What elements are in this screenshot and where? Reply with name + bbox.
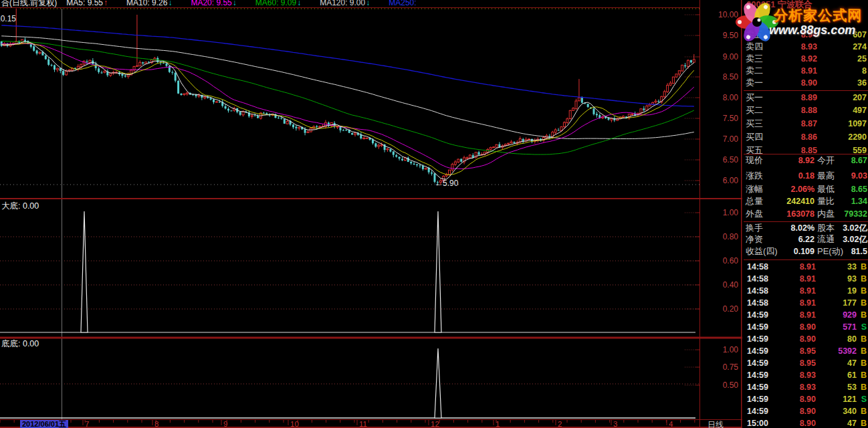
buy-level-label: 买四 (746, 131, 763, 143)
tick-volume: 93 (818, 273, 857, 285)
tick-price: 8.90 (782, 405, 816, 417)
tick-time: 14:59 (747, 333, 768, 345)
ma-label-0: MA5: 9.55↑ (66, 0, 117, 7)
stat-row: 现价8.92今开8.67 (744, 154, 868, 167)
stat-label: 现价 (746, 154, 763, 167)
cursor-date-chip: 2012/06/01五 (20, 420, 68, 428)
fund-row: 换手8.02%股本3.02亿 (744, 222, 868, 234)
ma-arrow-icon: ↓ (297, 0, 301, 7)
tick-row: 14:598.9353B (744, 381, 868, 393)
tick-row: 14:588.9119B (744, 285, 868, 297)
stat-value: 8.65 (833, 183, 867, 195)
buy-level-row[interactable]: 买二8.88497 (744, 104, 868, 116)
stat-value: 0.18 (773, 170, 815, 182)
tick-volume: 340 (818, 405, 857, 417)
month-label: 1 (496, 420, 500, 428)
axis-tick-sub2: 0.50 (703, 381, 738, 390)
axis-tick-main: 9.00 (703, 52, 738, 62)
axis-tick-sub1: 0.60 (703, 256, 738, 265)
buy-level-price: 8.88 (778, 104, 817, 116)
fund-value: 8.02% (773, 222, 815, 234)
chart-title: 合(日线.前复权) (1, 0, 57, 7)
tick-direction: B (861, 309, 867, 321)
tick-price: 8.91 (782, 309, 816, 321)
tick-row: 14:598.90121S (744, 393, 868, 405)
stat-label: 涨幅 (746, 183, 763, 195)
buy-level-row[interactable]: 买三8.871097 (744, 118, 868, 130)
ma-label-2: MA20: 9.55↓ (191, 0, 245, 7)
sell-level-volume: 274 (820, 41, 867, 53)
stat-value: 8.67 (833, 154, 867, 167)
tick-time: 14:59 (747, 381, 768, 393)
sell-level-row[interactable]: 卖三8.9225 (744, 53, 868, 65)
stat-label: 外盘 (746, 208, 763, 220)
separator (744, 259, 868, 260)
tick-price: 8.90 (782, 417, 816, 428)
tick-volume: 177 (818, 297, 857, 309)
axis-tick-main: 6.50 (703, 155, 738, 165)
stat-value: 8.92 (773, 154, 815, 167)
fund-value: 0.109 (773, 245, 815, 257)
tick-time: 14:59 (747, 309, 768, 321)
buy-level-volume: 2290 (820, 131, 867, 143)
tick-row: 14:588.9133B (744, 261, 868, 273)
tick-price: 8.90 (782, 321, 816, 333)
quote-panel: 600051 宁波联合 卖五8.94607卖四8.93274卖三8.9225卖二… (744, 0, 868, 428)
tick-row: 14:598.90340B (744, 405, 868, 417)
tick-price: 8.91 (782, 297, 816, 309)
tick-row: 14:588.9193B (744, 273, 868, 285)
tick-direction: S (861, 321, 867, 333)
month-label: 3 (613, 420, 617, 428)
ma-label-3: MA60: 9.09↓ (255, 0, 310, 7)
sell-level-row[interactable]: 卖二8.918 (744, 65, 868, 77)
sell-level-price: 8.90 (778, 77, 817, 89)
tick-volume: 571 (818, 321, 857, 333)
fund-row: 净资6.22流通3.02亿 (744, 233, 868, 245)
tick-volume: 47 (818, 417, 857, 428)
tick-time: 14:58 (747, 285, 768, 297)
buy-level-label: 买二 (746, 104, 763, 116)
stat-row: 外盘163078内盘79332 (744, 208, 868, 220)
tick-direction: B (861, 417, 867, 428)
fund-label: 换手 (746, 222, 763, 234)
low-price-annotation: ←5.90 (435, 179, 458, 188)
period-label[interactable]: 日线 (708, 419, 724, 428)
tick-time: 14:59 (747, 321, 768, 333)
tick-volume: 19 (818, 285, 857, 297)
tick-time: 15:00 (747, 417, 768, 428)
ma-arrow-icon: ↑ (104, 0, 108, 7)
buy-level-row[interactable]: 买一8.89207 (744, 92, 868, 104)
tick-row: 14:598.9361B (744, 369, 868, 381)
buy-level-volume: 1097 (820, 118, 867, 130)
tick-volume: 121 (818, 393, 857, 405)
buy-level-label: 买三 (746, 118, 763, 130)
tick-time: 14:59 (747, 405, 768, 417)
tick-time: 14:59 (747, 345, 768, 357)
tick-price: 8.90 (782, 393, 816, 405)
sell-level-price: 8.92 (778, 53, 817, 65)
buy-level-price: 8.89 (778, 92, 817, 104)
tick-price: 8.95 (782, 357, 816, 369)
stat-row: 总量242410量比1.34 (744, 195, 868, 207)
tick-time: 14:59 (747, 393, 768, 405)
tick-direction: B (861, 369, 867, 381)
tick-direction: B (861, 357, 867, 369)
ma-arrow-icon: ↓ (366, 0, 370, 7)
sell-level-row[interactable]: 卖一8.9036 (744, 77, 868, 89)
tick-row: 14:598.91929B (744, 309, 868, 321)
tick-row: 14:598.9080B (744, 333, 868, 345)
sell-level-label: 卖二 (746, 65, 763, 77)
tick-price: 8.90 (782, 333, 816, 345)
sell-level-label: 卖三 (746, 53, 763, 65)
axis-tick-main: 7.50 (703, 114, 738, 123)
axis-tick-sub1: 0.80 (703, 232, 738, 241)
axis-tick-sub2: 1.00 (703, 345, 738, 354)
stat-value: 163078 (773, 208, 815, 220)
stat-label: 涨跌 (746, 170, 763, 182)
buy-level-row[interactable]: 买四8.862290 (744, 131, 868, 143)
tick-direction: B (861, 405, 867, 417)
fund-value: 3.02亿 (833, 233, 867, 245)
watermark-url: www.88gs.com (769, 23, 855, 37)
tick-direction: B (861, 273, 867, 285)
month-label: 12 (431, 420, 439, 428)
